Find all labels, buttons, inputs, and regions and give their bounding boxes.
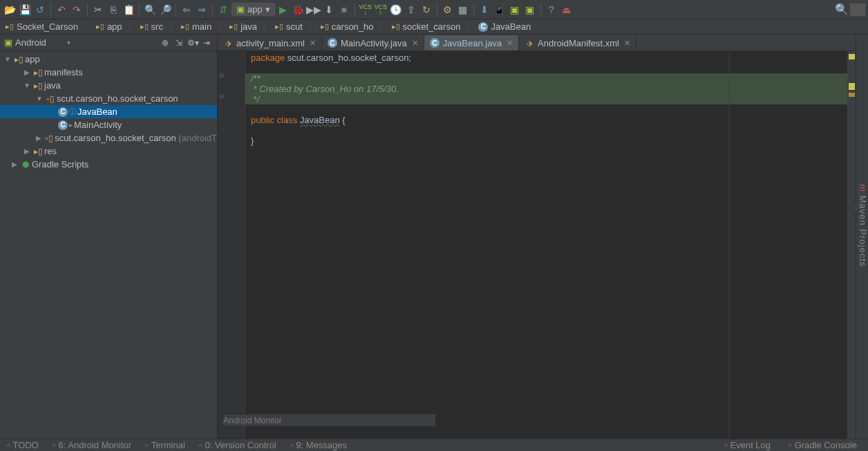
class-icon: C	[57, 120, 69, 130]
settings-icon[interactable]: ⚙	[441, 3, 455, 17]
collapse-all-icon[interactable]: ⇲	[173, 37, 185, 49]
back-icon[interactable]: ⇐	[180, 3, 194, 17]
tree-node[interactable]: C▸MainActivity	[0, 118, 217, 131]
save-icon[interactable]: 💾	[18, 3, 32, 17]
breadcrumb-item[interactable]: ▸▯java	[227, 21, 272, 32]
vcs-history-icon[interactable]: 🕓	[389, 3, 403, 17]
tree-node[interactable]: ▶▫▯scut.carson_ho.socket_carson (android…	[0, 131, 217, 145]
breadcrumb-label: app	[107, 21, 122, 32]
vcs-push-icon[interactable]: ⇪	[404, 3, 418, 17]
user-icon[interactable]	[850, 3, 865, 16]
breadcrumb-item[interactable]: CJavaBean	[475, 21, 534, 32]
breadcrumb-item[interactable]: ▸▯scut	[272, 21, 318, 32]
run-icon[interactable]: ▶	[276, 3, 290, 17]
sdk-manager-icon[interactable]: ⬇	[478, 3, 491, 17]
breadcrumb-item[interactable]: ▸▯src	[138, 21, 178, 32]
bottom-tool-tab[interactable]: ▫ 6: Android Monitor	[46, 439, 138, 451]
vcs-revert-icon[interactable]: ↻	[419, 3, 433, 17]
bottom-tool-tab[interactable]: ▫ Terminal	[138, 439, 192, 451]
folder-icon: ▸▯	[181, 22, 189, 31]
breadcrumb-item[interactable]: ▸▯socket_carson	[389, 21, 476, 32]
class-icon: C	[430, 38, 440, 48]
settings-gear-icon[interactable]: ⚙▾	[187, 37, 199, 49]
project-structure-icon[interactable]: ▦	[456, 3, 470, 17]
class-icon: C	[328, 38, 337, 48]
tree-node[interactable]: ▶▸▯manifests	[0, 66, 217, 79]
find-icon[interactable]: 🔍	[143, 3, 157, 17]
folder-icon: ▸▯	[32, 147, 44, 156]
breadcrumb-label: JavaBean	[491, 21, 531, 32]
tree-node[interactable]: ▶⬢Gradle Scripts	[0, 158, 217, 171]
tree-node[interactable]: ▼▫▯scut.carson_ho.socket_carson	[0, 92, 217, 105]
editor-gutter[interactable]: ⊖ ⊖	[218, 51, 245, 439]
hide-icon[interactable]: ⇥	[200, 37, 213, 49]
bottom-tool-tab-right[interactable]: ▫ Gradle Console	[782, 440, 864, 450]
breadcrumb-label: java	[240, 21, 257, 32]
editor-tab[interactable]: CJavaBean.java✕	[424, 35, 519, 50]
dropdown-arrow-icon[interactable]: ▾	[67, 39, 70, 46]
copy-icon[interactable]: ⎘	[106, 3, 120, 17]
vcs-update-icon[interactable]: VCS↓	[359, 3, 372, 17]
exit-icon[interactable]: ⏏	[560, 3, 574, 17]
undo-icon[interactable]: ↶	[55, 3, 68, 17]
android-icon: ▣	[4, 37, 12, 48]
breadcrumb-label: Socket_Carson	[17, 21, 78, 32]
editor-marker-bar[interactable]	[847, 51, 856, 439]
layout-inspector-icon[interactable]: ▣	[508, 3, 522, 17]
search-everywhere-icon[interactable]: 🔍	[835, 3, 849, 17]
vcs-commit-icon[interactable]: VCS↑	[374, 3, 388, 17]
tab-close-icon[interactable]: ✕	[507, 39, 513, 48]
tab-label: JavaBean.java	[443, 38, 502, 48]
build-icon[interactable]: ⇵	[216, 3, 230, 17]
project-tree: ▼▸▯app▶▸▯manifests▼▸▯java▼▫▯scut.carson_…	[0, 51, 217, 439]
tab-label: MainActivity.java	[341, 38, 407, 48]
gradle-icon: ⬢	[19, 160, 32, 169]
breadcrumb-item[interactable]: ▸▯Socket_Carson	[3, 21, 93, 32]
bottom-tool-tab[interactable]: ▫ 0: Version Control	[192, 439, 283, 451]
project-view-header: ▣ Android ▾ ⊕ ⇲ ⚙▾ ⇥	[0, 35, 217, 51]
project-panel: ▣ Android ▾ ⊕ ⇲ ⚙▾ ⇥ ▼▸▯app▶▸▯manifests▼…	[0, 35, 218, 439]
tree-node[interactable]: CⓙJavaBean	[0, 105, 217, 118]
cut-icon[interactable]: ✂	[91, 3, 105, 17]
stop-icon[interactable]: ■	[337, 3, 351, 17]
breadcrumb-item[interactable]: ▸▯app	[93, 21, 138, 32]
bottom-tool-tab-right[interactable]: ▫ Event Log	[717, 440, 777, 450]
tab-close-icon[interactable]: ✕	[310, 39, 316, 48]
editor-tab[interactable]: ⬗activity_main.xml✕	[218, 35, 322, 50]
replace-icon[interactable]: 🔎	[158, 3, 172, 17]
folder-icon: ▸▯	[229, 22, 238, 31]
editor-tab[interactable]: ⬗AndroidManifest.xml✕	[519, 35, 636, 50]
breadcrumb-item[interactable]: ▸▯main	[178, 21, 227, 32]
tree-node[interactable]: ▼▸▯java	[0, 79, 217, 92]
tool-window-label[interactable]: Android Monitor	[223, 414, 435, 426]
device-monitor-icon[interactable]: ▣	[523, 3, 537, 17]
paste-icon[interactable]: 📋	[122, 3, 135, 17]
run-config-selector[interactable]: ▣ app ▾	[232, 3, 275, 16]
debug-icon[interactable]: 🐞	[292, 3, 305, 17]
xml-icon: ⬗	[525, 38, 534, 48]
open-icon[interactable]: 📂	[3, 3, 17, 17]
forward-icon[interactable]: ⇒	[195, 3, 209, 17]
tab-close-icon[interactable]: ✕	[412, 39, 418, 48]
folder-icon: ▸▯	[6, 22, 14, 31]
code-editor[interactable]: package scut.carson_ho.socket_carson; /*…	[245, 51, 847, 439]
breadcrumb-item[interactable]: ▸▯carson_ho	[318, 21, 389, 32]
android-icon: ▣	[236, 4, 245, 15]
editor-tab[interactable]: CMainActivity.java✕	[322, 35, 424, 50]
tree-node[interactable]: ▶▸▯res	[0, 145, 217, 158]
scroll-from-source-icon[interactable]: ⊕	[159, 37, 171, 49]
module-icon: ▸▯	[12, 55, 25, 64]
project-view-selector[interactable]: Android	[15, 37, 46, 48]
folder-icon: ▸▯	[275, 22, 283, 31]
avd-manager-icon[interactable]: 📱	[493, 3, 507, 17]
tab-close-icon[interactable]: ✕	[624, 39, 630, 48]
redo-icon[interactable]: ↷	[70, 3, 84, 17]
bottom-tool-tab[interactable]: ▫ TODO	[0, 439, 46, 451]
sync-icon[interactable]: ↺	[33, 3, 47, 17]
maven-tool-button[interactable]: m Maven Projects	[858, 40, 868, 411]
tree-node-root[interactable]: ▼▸▯app	[0, 53, 217, 66]
help-icon[interactable]: ?	[545, 3, 558, 17]
bottom-tool-tab[interactable]: ▫ 9: Messages	[283, 439, 354, 451]
profile-icon[interactable]: ▶▶	[307, 3, 321, 17]
attach-icon[interactable]: ⬇	[322, 3, 336, 17]
